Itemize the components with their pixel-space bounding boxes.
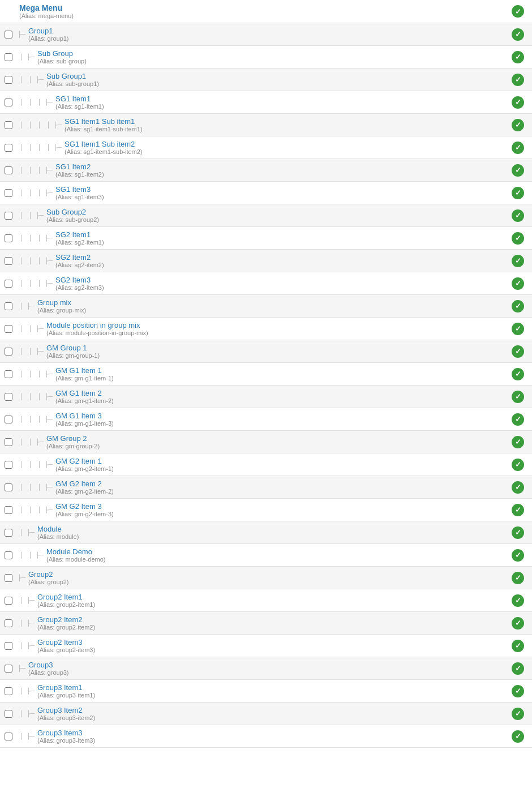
item-title-group2-item3[interactable]: Group2 Item3 — [37, 638, 501, 646]
row-checkbox-sg1-item3[interactable] — [5, 189, 12, 197]
row-checkbox-gm-g2-item-1[interactable] — [5, 461, 12, 469]
status-icon-group2-item1[interactable] — [512, 594, 524, 607]
row-checkbox-gm-group-1[interactable] — [5, 348, 12, 356]
row-checkbox-sg2-item1[interactable] — [5, 234, 12, 242]
row-checkbox-sub-group[interactable] — [5, 53, 12, 61]
row-checkbox-group3[interactable] — [5, 665, 12, 673]
row-checkbox-group-mix[interactable] — [5, 302, 12, 310]
status-icon-group2-item2[interactable] — [512, 617, 524, 630]
status-icon-sg2-item2[interactable] — [512, 255, 524, 267]
row-checkbox-gm-g2-item-2[interactable] — [5, 483, 12, 491]
row-checkbox-group2-item3[interactable] — [5, 642, 12, 650]
status-icon-sub-group2[interactable] — [512, 209, 524, 222]
row-checkbox-gm-g1-item-2[interactable] — [5, 393, 12, 401]
row-checkbox-sg1-item1-sub-item2[interactable] — [5, 144, 12, 152]
item-title-gm-group-1[interactable]: GM Group 1 — [46, 344, 501, 352]
row-checkbox-group1[interactable] — [5, 31, 12, 38]
status-icon-gm-g1-item-1[interactable] — [512, 368, 524, 380]
item-title-sg1-item1-sub-item1[interactable]: SG1 Item1 Sub item1 — [65, 117, 501, 126]
status-icon-sg1-item2[interactable] — [512, 164, 524, 177]
status-icon-group3-item1[interactable] — [512, 685, 524, 697]
row-checkbox-gm-group-2[interactable] — [5, 438, 12, 446]
item-title-module[interactable]: Module — [37, 525, 501, 533]
status-icon-gm-g2-item-2[interactable] — [512, 481, 524, 494]
row-checkbox-sg1-item1[interactable] — [5, 99, 12, 106]
row-checkbox-sg2-item3[interactable] — [5, 280, 12, 288]
row-checkbox-gm-g1-item-3[interactable] — [5, 416, 12, 423]
indent-cell: │││├─ — [17, 461, 53, 468]
row-checkbox-gm-g1-item-1[interactable] — [5, 370, 12, 378]
row-checkbox-sg2-item2[interactable] — [5, 257, 12, 265]
row-checkbox-group2-item2[interactable] — [5, 619, 12, 627]
item-title-group3-item3[interactable]: Group3 Item3 — [37, 729, 501, 737]
status-icon-sub-group1[interactable] — [512, 74, 524, 86]
status-icon-gm-group-1[interactable] — [512, 345, 524, 358]
item-title-group2[interactable]: Group2 — [28, 570, 501, 579]
indent-spacer: │ — [17, 99, 26, 105]
status-icon-group2[interactable] — [512, 572, 524, 584]
status-icon-gm-g1-item-2[interactable] — [512, 391, 524, 403]
item-title-group3[interactable]: Group3 — [28, 661, 501, 669]
status-icon-sg1-item1[interactable] — [512, 96, 524, 109]
status-icon-sg1-item1-sub-item2[interactable] — [512, 142, 524, 154]
row-checkbox-module-position-in-group-mix[interactable] — [5, 325, 12, 333]
item-title-sg2-item1[interactable]: SG2 Item1 — [55, 230, 501, 239]
item-title-group1[interactable]: Group1 — [28, 27, 501, 35]
item-title-sub-group1[interactable]: Sub Group1 — [46, 72, 501, 80]
item-title-module-demo[interactable]: Module Demo — [46, 547, 501, 556]
item-title-gm-g1-item-3[interactable]: GM G1 Item 3 — [55, 412, 501, 420]
row-checkbox-sub-group1[interactable] — [5, 76, 12, 84]
item-title-sg1-item1[interactable]: SG1 Item1 — [55, 95, 501, 103]
status-icon-gm-g2-item-1[interactable] — [512, 459, 524, 471]
item-title-sg1-item2[interactable]: SG1 Item2 — [55, 162, 501, 171]
status-icon-group3-item2[interactable] — [512, 708, 524, 720]
item-title-sg2-item3[interactable]: SG2 Item3 — [55, 276, 501, 284]
status-icon-group2-item3[interactable] — [512, 640, 524, 652]
item-title-gm-group-2[interactable]: GM Group 2 — [46, 434, 501, 443]
item-title-gm-g2-item-3[interactable]: GM G2 Item 3 — [55, 502, 501, 511]
item-title-module-position-in-group-mix[interactable]: Module position in group mix — [46, 321, 501, 329]
status-icon-group3[interactable] — [512, 662, 524, 675]
status-icon-sg2-item3[interactable] — [512, 277, 524, 290]
row-checkbox-group3-item1[interactable] — [5, 687, 12, 695]
status-icon-group-mix[interactable] — [512, 300, 524, 312]
item-title-group2-item2[interactable]: Group2 Item2 — [37, 615, 501, 624]
status-icon-mega-menu[interactable] — [512, 5, 524, 18]
status-icon-gm-g2-item-3[interactable] — [512, 504, 524, 516]
status-icon-group1[interactable] — [512, 28, 524, 41]
item-title-sub-group2[interactable]: Sub Group2 — [46, 208, 501, 216]
item-title-sg2-item2[interactable]: SG2 Item2 — [55, 253, 501, 262]
status-icon-sg1-item3[interactable] — [512, 187, 524, 199]
item-title-gm-g1-item-2[interactable]: GM G1 Item 2 — [55, 389, 501, 397]
status-icon-group3-item3[interactable] — [512, 730, 524, 743]
row-checkbox-group3-item2[interactable] — [5, 710, 12, 718]
row-checkbox-group2-item1[interactable] — [5, 597, 12, 605]
item-title-group3-item2[interactable]: Group3 Item2 — [37, 706, 501, 714]
item-title-sub-group[interactable]: Sub Group — [37, 49, 501, 58]
status-icon-gm-group-2[interactable] — [512, 436, 524, 448]
item-title-group-mix[interactable]: Group mix — [37, 298, 501, 307]
row-checkbox-group2[interactable] — [5, 574, 12, 582]
status-icon-sg2-item1[interactable] — [512, 232, 524, 245]
status-icon-module-demo[interactable] — [512, 549, 524, 562]
item-title-mega-menu[interactable]: Mega Menu — [19, 3, 501, 12]
item-title-gm-g1-item-1[interactable]: GM G1 Item 1 — [55, 366, 501, 375]
item-title-sg1-item1-sub-item2[interactable]: SG1 Item1 Sub item2 — [65, 140, 501, 148]
item-title-gm-g2-item-1[interactable]: GM G2 Item 1 — [55, 457, 501, 465]
row-checkbox-sub-group2[interactable] — [5, 212, 12, 220]
item-title-gm-g2-item-2[interactable]: GM G2 Item 2 — [55, 479, 501, 488]
status-icon-gm-g1-item-3[interactable] — [512, 413, 524, 426]
row-checkbox-gm-g2-item-3[interactable] — [5, 506, 12, 514]
item-title-group2-item1[interactable]: Group2 Item1 — [37, 593, 501, 601]
row-checkbox-sg1-item2[interactable] — [5, 166, 12, 174]
item-title-sg1-item3[interactable]: SG1 Item3 — [55, 185, 501, 194]
row-checkbox-group3-item3[interactable] — [5, 733, 12, 740]
status-icon-sub-group[interactable] — [512, 51, 524, 63]
status-icon-module-position-in-group-mix[interactable] — [512, 323, 524, 335]
row-checkbox-module-demo[interactable] — [5, 551, 12, 559]
status-icon-sg1-item1-sub-item1[interactable] — [512, 119, 524, 131]
item-title-group3-item1[interactable]: Group3 Item1 — [37, 683, 501, 692]
row-checkbox-module[interactable] — [5, 529, 12, 537]
row-checkbox-sg1-item1-sub-item1[interactable] — [5, 121, 12, 129]
status-icon-module[interactable] — [512, 526, 524, 539]
